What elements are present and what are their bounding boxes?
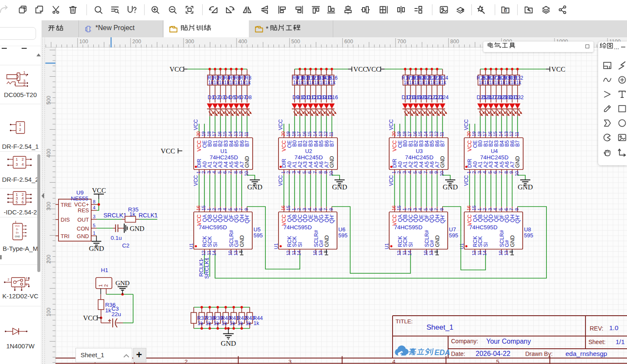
svg-text:1: 1 (19, 122, 21, 127)
svg-text:10: 10 (423, 250, 428, 256)
svg-text:6: 6 (233, 208, 238, 211)
svg-text:2: 2 (201, 171, 206, 174)
svg-text:B7: B7 (244, 140, 250, 147)
svg-text:GND: GND (221, 339, 236, 347)
svg-text:11: 11 (477, 250, 482, 255)
svg-text:74HC245D: 74HC245D (295, 154, 323, 161)
svg-text:GND: GND (244, 156, 250, 168)
svg-text:8: 8 (238, 250, 243, 253)
svg-text:13: 13 (318, 131, 323, 136)
svg-text:5: 5 (423, 208, 428, 211)
svg-text:VCC: VCC (388, 175, 394, 186)
svg-text:400: 400 (238, 39, 247, 44)
svg-text:3: 3 (412, 208, 418, 211)
svg-text:U6: U6 (338, 226, 346, 233)
svg-text:1k: 1k (441, 80, 447, 86)
svg-text:4: 4 (418, 208, 423, 211)
svg-text:VCC: VCC (278, 119, 284, 130)
svg-text:7: 7 (228, 171, 233, 174)
svg-text:GND: GND (329, 156, 335, 168)
svg-text:U3: U3 (416, 148, 423, 154)
svg-text:2: 2 (19, 128, 21, 132)
svg-text:1: 1 (16, 157, 18, 161)
svg-text:4: 4 (493, 208, 498, 211)
svg-text:GND: GND (130, 225, 145, 232)
svg-text:2: 2 (212, 208, 217, 211)
svg-text:1: 1 (281, 171, 286, 174)
svg-text:4: 4 (407, 171, 412, 174)
svg-text:13: 13 (429, 250, 434, 256)
svg-text:74HC595D: 74HC595D (469, 224, 498, 231)
svg-text:D8: D8 (245, 94, 252, 100)
svg-text:2: 2 (8, 278, 9, 281)
svg-text:SRCLK1: SRCLK1 (203, 257, 210, 279)
svg-text:3: 3 (302, 208, 307, 211)
svg-text:VCC: VCC (83, 314, 97, 322)
svg-text:1: 1 (196, 171, 201, 174)
svg-text:QH': QH' (329, 214, 335, 223)
svg-text:8: 8 (323, 250, 328, 253)
svg-text:Company:: Company: (451, 338, 478, 345)
svg-text:12: 12 (323, 131, 328, 136)
svg-text:74HC595D: 74HC595D (284, 224, 312, 231)
svg-text:VCC: VCC (367, 66, 381, 73)
svg-text:1k: 1k (245, 80, 251, 86)
svg-text:GND: GND (89, 245, 104, 253)
svg-text:1.0: 1.0 (609, 324, 619, 331)
svg-text:CON: CON (77, 225, 89, 232)
svg-text:3: 3 (477, 171, 482, 174)
svg-text:10: 10 (498, 250, 503, 256)
svg-text:8: 8 (434, 250, 439, 253)
svg-text:8: 8 (318, 171, 323, 174)
svg-text:GND: GND (515, 156, 521, 168)
svg-text:U2: U2 (305, 148, 312, 154)
svg-text:SRCLK1: SRCLK1 (103, 212, 127, 219)
svg-text:20: 20 (196, 131, 201, 136)
svg-text:D-: D- (16, 228, 19, 231)
svg-text:U8: U8 (524, 226, 531, 233)
svg-text:9: 9 (244, 208, 249, 211)
svg-text:11: 11 (206, 250, 212, 255)
svg-text:1k: 1k (254, 320, 259, 326)
svg-text:2: 2 (396, 171, 401, 174)
svg-text:GND: GND (115, 279, 130, 286)
svg-text:U1: U1 (189, 243, 194, 249)
svg-text:1k: 1k (245, 320, 251, 326)
svg-text:16: 16 (391, 206, 396, 211)
svg-text:1k: 1k (229, 320, 235, 326)
svg-text:74HC245D: 74HC245D (405, 154, 434, 161)
svg-text:74HC245D: 74HC245D (480, 154, 509, 161)
svg-text:12: 12 (509, 131, 514, 136)
svg-text:Your Company: Your Company (486, 338, 531, 345)
svg-text:9: 9 (434, 171, 439, 174)
svg-text:GND: GND (15, 235, 20, 238)
svg-text:8: 8 (233, 171, 238, 174)
svg-text:7: 7 (498, 171, 503, 174)
svg-text:13: 13 (429, 131, 434, 136)
svg-text:595: 595 (254, 232, 263, 239)
svg-text:5: 5 (312, 208, 318, 211)
svg-text:4: 4 (392, 358, 396, 364)
svg-text:8: 8 (429, 171, 434, 174)
svg-text:VCC: VCC (15, 225, 20, 227)
svg-text:15: 15 (493, 131, 498, 136)
svg-text:6: 6 (493, 171, 498, 174)
svg-text:D32: D32 (514, 94, 524, 100)
svg-text:D24: D24 (439, 94, 449, 100)
svg-text:14: 14 (423, 131, 428, 136)
svg-text:18: 18 (291, 131, 296, 136)
svg-text:1k: 1k (222, 320, 228, 326)
svg-text:14: 14 (407, 250, 412, 256)
svg-text:11: 11 (402, 250, 407, 255)
svg-text:3: 3 (217, 208, 222, 211)
svg-text:DIS: DIS (61, 217, 70, 223)
svg-text:6: 6 (22, 200, 24, 204)
svg-text:0.1u: 0.1u (111, 235, 122, 241)
svg-text:11: 11 (514, 132, 519, 136)
svg-text:3: 3 (93, 214, 95, 219)
svg-text:6: 6 (222, 171, 227, 174)
svg-text:U1: U1 (459, 243, 464, 249)
svg-text:8: 8 (504, 171, 509, 174)
svg-text:74HC595D: 74HC595D (394, 224, 423, 231)
svg-text:74HC245D: 74HC245D (210, 154, 238, 161)
